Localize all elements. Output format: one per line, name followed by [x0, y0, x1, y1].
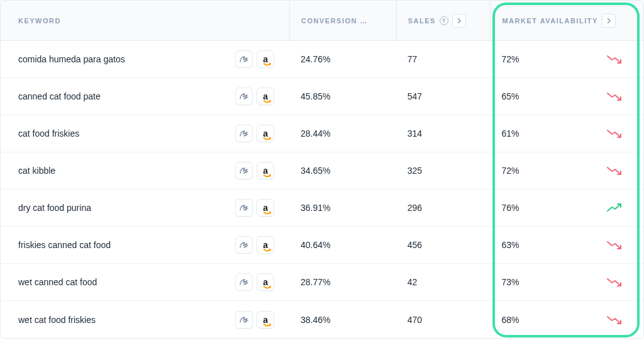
sales-cell: 42	[396, 277, 491, 287]
sales-cell: 547	[396, 91, 491, 101]
table-row: dry cat food purinaa36.91%29676%	[1, 190, 643, 227]
availability-expand-button[interactable]	[602, 14, 616, 28]
trend-down-icon	[607, 241, 623, 249]
table-row: canned cat food patea45.85%54765%	[1, 78, 643, 115]
sellersprite-button[interactable]	[235, 236, 253, 254]
trend-indicator	[607, 55, 623, 64]
sellersprite-button[interactable]	[235, 50, 253, 68]
amazon-button[interactable]: a	[257, 199, 274, 217]
keyword-cell: cat food friskiesa	[1, 125, 289, 142]
sellersprite-button[interactable]	[235, 311, 253, 329]
keyword-text: friskies canned cat food	[18, 240, 111, 250]
keyword-text: wet canned cat food	[18, 277, 97, 287]
chevron-right-icon	[606, 18, 611, 23]
sales-expand-button[interactable]	[452, 14, 466, 28]
col-header-keyword-label: Keyword	[18, 17, 61, 25]
amazon-button[interactable]: a	[257, 236, 274, 254]
table-row: comida humeda para gatosa24.76%7772%	[1, 41, 643, 78]
sellersprite-icon	[239, 203, 249, 212]
table-row: wet cat food friskiesa38.46%47068%	[1, 301, 643, 338]
col-header-sales[interactable]: Sales ?	[396, 1, 491, 40]
info-icon[interactable]: ?	[440, 16, 448, 25]
keyword-text: cat food friskies	[18, 128, 79, 139]
trend-indicator	[607, 315, 623, 324]
sales-cell: 77	[396, 54, 491, 64]
keyword-cell: canned cat food patea	[1, 88, 289, 105]
amazon-icon: a	[263, 129, 268, 138]
conversion-cell: 45.85%	[289, 91, 396, 101]
sellersprite-button[interactable]	[235, 199, 253, 217]
amazon-icon: a	[263, 92, 268, 101]
sellersprite-icon	[239, 129, 249, 138]
availability-cell: 72%	[490, 166, 643, 176]
keyword-text: dry cat food purina	[18, 203, 91, 213]
sellersprite-button[interactable]	[235, 125, 253, 142]
keyword-cell: wet cat food friskiesa	[1, 311, 289, 329]
trend-down-icon	[607, 166, 623, 175]
keyword-text: canned cat food pate	[18, 91, 101, 101]
sellersprite-button[interactable]	[235, 88, 253, 105]
table-row: wet canned cat fooda28.77%4273%	[1, 264, 643, 301]
keyword-cell: comida humeda para gatosa	[1, 50, 289, 68]
conversion-cell: 34.65%	[289, 166, 396, 176]
sales-cell: 325	[396, 166, 491, 176]
sellersprite-icon	[239, 278, 249, 286]
amazon-button[interactable]: a	[257, 88, 274, 105]
trend-down-icon	[607, 315, 623, 324]
conversion-cell: 36.91%	[289, 203, 396, 213]
sales-cell: 456	[396, 240, 491, 250]
keyword-cell: wet canned cat fooda	[1, 273, 289, 291]
trend-indicator	[607, 129, 623, 138]
trend-down-icon	[607, 92, 623, 101]
availability-cell: 63%	[490, 240, 643, 250]
keyword-cell: cat kibblea	[1, 162, 289, 179]
conversion-cell: 24.76%	[289, 54, 396, 64]
trend-down-icon	[607, 278, 623, 286]
amazon-icon: a	[263, 55, 268, 64]
sellersprite-button[interactable]	[235, 273, 253, 291]
amazon-button[interactable]: a	[257, 162, 274, 179]
amazon-icon: a	[263, 166, 268, 175]
keyword-text: comida humeda para gatos	[18, 54, 125, 64]
sellersprite-icon	[239, 55, 249, 64]
amazon-button[interactable]: a	[257, 50, 274, 68]
availability-cell: 61%	[490, 128, 643, 139]
sellersprite-button[interactable]	[235, 162, 253, 179]
keyword-cell: dry cat food purinaa	[1, 199, 289, 217]
amazon-icon: a	[263, 203, 268, 212]
table-row: cat food friskiesa28.44%31461%	[1, 115, 643, 152]
sales-cell: 296	[396, 203, 491, 213]
trend-indicator	[607, 241, 623, 249]
availability-cell: 76%	[490, 203, 643, 213]
trend-up-icon	[607, 203, 623, 212]
availability-cell: 73%	[490, 277, 643, 287]
keyword-text: wet cat food friskies	[18, 315, 96, 325]
col-header-keyword[interactable]: Keyword	[1, 17, 289, 25]
trend-indicator	[607, 278, 623, 286]
col-header-conversion[interactable]: Conversion …	[289, 1, 396, 40]
table-row: cat kibblea34.65%32572%	[1, 152, 643, 190]
conversion-cell: 28.77%	[289, 277, 396, 287]
col-header-conversion-label: Conversion …	[301, 17, 368, 25]
amazon-button[interactable]: a	[257, 125, 274, 142]
col-header-sales-label: Sales	[408, 17, 436, 25]
conversion-cell: 40.64%	[289, 240, 396, 250]
table-header-row: Keyword Conversion … Sales ? Market Avai…	[1, 1, 643, 41]
col-header-availability-label: Market Availability	[502, 17, 597, 25]
trend-indicator	[607, 203, 623, 212]
sellersprite-icon	[239, 166, 249, 175]
amazon-button[interactable]: a	[257, 273, 274, 291]
trend-down-icon	[607, 55, 623, 64]
sales-cell: 314	[396, 128, 491, 139]
amazon-icon: a	[263, 241, 268, 249]
amazon-icon: a	[263, 278, 268, 286]
trend-indicator	[607, 92, 623, 101]
conversion-cell: 28.44%	[289, 128, 396, 139]
col-header-availability[interactable]: Market Availability	[490, 1, 643, 40]
amazon-button[interactable]: a	[257, 311, 274, 329]
sellersprite-icon	[239, 315, 249, 324]
availability-cell: 65%	[490, 91, 643, 101]
chevron-right-icon	[457, 18, 462, 23]
amazon-icon: a	[263, 315, 268, 324]
availability-cell: 68%	[490, 315, 643, 325]
